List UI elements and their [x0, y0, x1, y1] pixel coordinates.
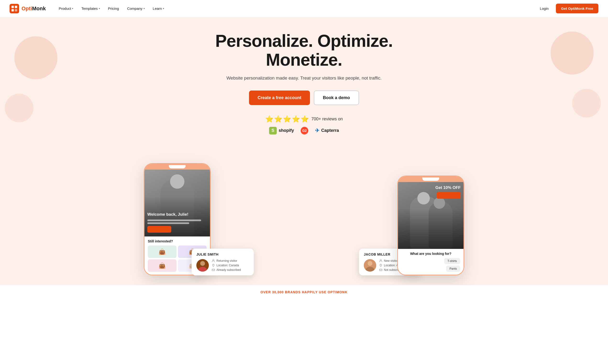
julie-visitor-type: Returning visitor	[212, 259, 241, 262]
chevron-down-icon: ▾	[143, 7, 145, 10]
svg-point-12	[368, 261, 373, 266]
tag-pants: Pants	[446, 266, 460, 272]
nav-product[interactable]: Product ▾	[55, 5, 77, 13]
hero-section: Personalize. Optimize. Monetize. Website…	[0, 17, 608, 285]
user-card-julie: JULIE SMITH	[192, 249, 254, 275]
shopify-label: shopify	[279, 128, 294, 133]
phone-notch-inner-right	[422, 177, 439, 181]
julie-location: Location: Canada	[212, 264, 241, 267]
svg-point-6	[200, 261, 205, 266]
discount-text: Get 10% OFF	[435, 185, 461, 190]
svg-rect-0	[10, 4, 19, 13]
jacob-avatar	[364, 259, 376, 272]
nav-right: Login Get OptiMonk Free	[537, 4, 598, 13]
julie-info: Returning visitor Location: Canada	[212, 259, 241, 272]
email-icon-2	[379, 268, 382, 272]
create-account-button[interactable]: Create a free account	[249, 91, 310, 105]
location-icon	[212, 264, 215, 267]
bottom-bar-text: OVER 30,000 BRANDS HAPPILY USE OPTIMONK	[261, 290, 347, 294]
svg-rect-1	[12, 6, 14, 8]
person-icon-2	[379, 259, 382, 262]
phone-notch-inner-left	[169, 165, 186, 168]
popup-line-1	[147, 220, 201, 221]
chevron-down-icon: ▾	[99, 7, 100, 10]
person-icon	[212, 259, 215, 262]
reviews-count: 700+ reviews on	[311, 117, 343, 122]
nav-templates[interactable]: Templates ▾	[78, 5, 103, 13]
phone-right-wrapper: Get 10% OFF What are you looking for? T-…	[397, 176, 464, 275]
jacob-avatar-svg	[364, 259, 376, 272]
phone-screen-left: Welcome back, Julie!	[144, 169, 210, 236]
discount-popup: Get 10% OFF	[435, 185, 461, 199]
tags-row: T-shirts Pants	[401, 258, 460, 272]
logo-text: OptiMonk	[22, 5, 46, 12]
navbar: OptiMonk Product ▾ Templates ▾ Pricing C…	[0, 0, 608, 17]
deco-circle-right-bottom	[572, 89, 601, 117]
phones-container: Welcome back, Julie! Still interested? 👜…	[139, 142, 469, 275]
card-left: JULIE SMITH	[187, 251, 254, 275]
hero-subtitle: Website personalization made easy. Treat…	[215, 75, 393, 82]
still-interested-title: Still interested?	[148, 239, 207, 243]
product-thumb-3: 👜	[148, 259, 177, 272]
deco-circle-left-bottom	[5, 94, 33, 122]
svg-rect-3	[12, 9, 14, 12]
capterra-icon: ✈	[315, 128, 319, 134]
capterra-badge: ✈ Capterra	[315, 128, 339, 134]
phone-bottom-right: What are you looking for? T-shirts Pants	[398, 249, 464, 275]
shopify-badge: S shopify	[269, 127, 294, 134]
get-optimonk-free-button[interactable]: Get OptiMonk Free	[556, 4, 598, 13]
hero-content: Personalize. Optimize. Monetize. Website…	[215, 32, 393, 134]
svg-rect-2	[15, 6, 17, 8]
welcome-popup: Welcome back, Julie!	[147, 212, 207, 233]
deco-circle-left-top	[14, 36, 57, 79]
nav-company[interactable]: Company ▾	[124, 5, 148, 13]
bottom-bar: OVER 30,000 BRANDS HAPPILY USE OPTIMONK	[0, 285, 608, 299]
nav-pricing[interactable]: Pricing	[105, 5, 123, 13]
popup-lines	[147, 220, 207, 224]
svg-rect-4	[15, 9, 17, 12]
g2-badge: G2	[301, 127, 308, 134]
welcome-text: Welcome back, Julie!	[147, 212, 207, 217]
book-demo-button[interactable]: Book a demo	[314, 91, 359, 105]
logo-icon	[10, 4, 19, 13]
g2-icon: G2	[301, 127, 308, 134]
popup-line-2	[147, 222, 189, 224]
chevron-down-icon: ▾	[72, 7, 73, 10]
login-button[interactable]: Login	[537, 5, 552, 13]
star-rating: ⭐⭐⭐⭐⭐	[265, 115, 309, 123]
nav-learn[interactable]: Learn ▾	[150, 5, 167, 13]
tag-tshirts: T-shirts	[444, 258, 460, 264]
svg-point-9	[213, 265, 214, 265]
phone-screen-right: Get 10% OFF	[398, 182, 464, 249]
julie-avatar	[196, 259, 209, 272]
deco-circle-right-top	[551, 32, 594, 75]
julie-card-body: Returning visitor Location: Canada	[196, 259, 249, 272]
svg-rect-10	[212, 269, 215, 271]
phone-notch-left	[144, 164, 210, 169]
julie-avatar-svg	[196, 259, 209, 272]
phone-right-mockup: Get 10% OFF What are you looking for? T-…	[397, 176, 464, 275]
logo[interactable]: OptiMonk	[10, 4, 46, 13]
julie-subscription: Already subscribed	[212, 268, 241, 272]
chevron-down-icon: ▾	[163, 7, 164, 10]
svg-rect-16	[379, 269, 382, 271]
shopify-icon: S	[269, 127, 277, 134]
phone-notch-right	[398, 176, 464, 182]
popup-cta-right	[437, 192, 461, 199]
popup-cta-left	[147, 226, 171, 233]
looking-for-title: What are you looking for?	[401, 252, 460, 256]
location-icon-2	[379, 264, 382, 267]
email-icon	[212, 268, 215, 272]
julie-name: JULIE SMITH	[196, 252, 249, 256]
reviews-section: ⭐⭐⭐⭐⭐ 700+ reviews on S shopify G2 ✈ Cap…	[215, 115, 393, 134]
svg-point-15	[381, 265, 381, 265]
platforms-row: S shopify G2 ✈ Capterra	[269, 127, 339, 134]
capterra-label: Capterra	[321, 128, 339, 133]
nav-links: Product ▾ Templates ▾ Pricing Company ▾ …	[55, 5, 537, 13]
product-thumb-1: 👜	[148, 246, 177, 258]
hero-buttons: Create a free account Book a demo	[215, 91, 393, 105]
hero-title: Personalize. Optimize. Monetize.	[215, 32, 393, 69]
